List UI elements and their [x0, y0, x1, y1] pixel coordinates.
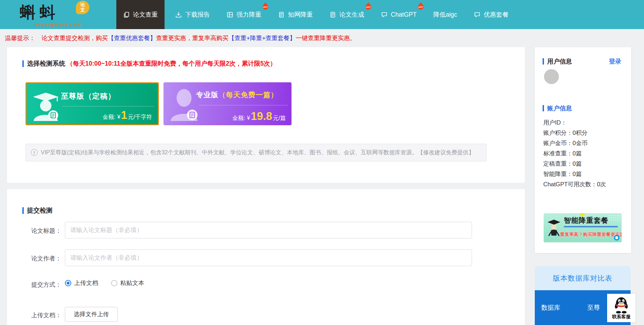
- nav-item-paper-generate[interactable]: 论文生成 HOT: [323, 0, 370, 29]
- price-value: 19.8: [251, 111, 272, 122]
- banner-title: 智能降重套餐: [564, 216, 609, 225]
- radio-label: 上传文档: [74, 279, 98, 287]
- nav-item-strong-rewrite[interactable]: 强力降重 HOT: [221, 0, 267, 29]
- heading-note: （每天10:00~10:11全版本查重限时免费，每个用户每天限2次，累计限5次）: [67, 59, 276, 68]
- select-system-heading: 选择检测系统 （每天10:00~10:11全版本查重限时免费，每个用户每天限2次…: [22, 59, 276, 68]
- submit-heading: 提交检测: [22, 206, 52, 215]
- account-info-heading: 账户信息: [543, 104, 572, 112]
- hot-badge: HOT: [262, 2, 269, 10]
- nav-item-label: ChatGPT: [391, 11, 417, 18]
- tip-box: ! VIP至尊版(定稿)结果与学校检测结果相近，包含32个文献期刊、中外文献、学…: [26, 144, 487, 161]
- compare-col-database: 数据库: [541, 303, 587, 312]
- nav-item-label: 下载报告: [185, 10, 210, 19]
- heading-bar: [22, 60, 24, 67]
- account-row-userid: 用户ID：: [543, 117, 606, 128]
- top-navbar: 蝌蚪 论文 kedoupaper.com 论文查重 下载报告 强力降重 HOT: [0, 0, 644, 29]
- login-link[interactable]: 登录: [609, 57, 621, 66]
- account-info-list: 用户ID： 账户积分：0积分 账户金币：0金币 标准查重：0篇 定稿查重：0篇 …: [543, 117, 606, 189]
- account-row-standard-checks: 标准查重：0篇: [543, 148, 606, 159]
- notice-text: 论文查重提交检测，购买: [41, 34, 108, 42]
- paper-author-label: 论文作者：: [12, 254, 61, 263]
- svg-text:HOT: HOT: [263, 6, 268, 8]
- compare-col-supreme: 至尊: [587, 303, 600, 312]
- main-nav: 论文查重 下载报告 强力降重 HOT 知网降重: [116, 0, 519, 29]
- info-icon: !: [31, 149, 38, 156]
- graduate-mascot-icon: [546, 217, 561, 238]
- heading-text: 选择检测系统: [27, 59, 65, 68]
- contact-service-label: 联系客服: [612, 314, 631, 320]
- account-row-coins: 账户金币：0金币: [543, 138, 606, 148]
- download-icon: [175, 11, 182, 18]
- qq-penguin-icon: [613, 296, 630, 314]
- svg-text:HOT: HOT: [366, 6, 371, 8]
- person-icon: [168, 87, 200, 121]
- contact-service[interactable]: 联系客服: [607, 294, 635, 322]
- account-row-final-checks: 定稿查重：0篇: [543, 159, 606, 169]
- heading-text: 提交检测: [27, 206, 52, 215]
- nav-item-paper-check[interactable]: 论文查重: [116, 0, 165, 29]
- circle-decoration: [614, 235, 620, 241]
- nav-item-chatgpt[interactable]: ChatGPT HOT: [375, 0, 423, 29]
- compare-title: 版本数据库对比表: [535, 266, 631, 290]
- account-row-chatgpt-uses: ChatGPT可用次数：0次: [543, 179, 606, 189]
- notice-prefix: 温馨提示：: [5, 34, 35, 42]
- logo-domain: kedoupaper.com: [35, 22, 81, 27]
- notice-link-combo-package[interactable]: 【查重+降重+查重套餐】: [228, 34, 296, 42]
- graduate-person-icon: [31, 88, 62, 121]
- radio-upload-doc[interactable]: 上传文档: [65, 279, 98, 287]
- card-title: 专业版（每天免费一篇）: [196, 90, 278, 100]
- heading-bar: [543, 58, 544, 65]
- logo-wordmark: 蝌蚪: [20, 2, 60, 23]
- nav-item-label: 论文查重: [133, 10, 158, 19]
- nav-item-reduce-aigc[interactable]: 降低aigc: [427, 0, 463, 29]
- notice-link-check-package[interactable]: 【查重优惠套餐】: [108, 34, 156, 42]
- card-price: 金额: ¥ 19.8 元/篇: [232, 111, 286, 122]
- nav-item-label: 优惠套餐: [484, 10, 509, 19]
- hot-badge: HOT: [365, 2, 372, 10]
- radio-paste-text[interactable]: 粘贴文本: [111, 279, 144, 287]
- upload-doc-label: 上传文档：: [12, 311, 61, 319]
- card-title-note: （每天免费一篇）: [218, 91, 278, 99]
- avatar: [544, 69, 559, 84]
- nav-item-download-report[interactable]: 下载报告: [169, 0, 216, 29]
- nav-item-cnki-rewrite[interactable]: 知网降重: [272, 0, 319, 29]
- dots-decoration: [608, 215, 620, 222]
- banner-underline: [564, 226, 618, 227]
- radio-unselected-icon: [111, 280, 117, 286]
- promo-banner[interactable]: 智能降重套餐 重复率高？购买降重套餐更实惠: [544, 213, 622, 242]
- system-card-professional[interactable]: 专业版（每天免费一篇） 金额: ¥ 19.8 元/篇: [163, 82, 292, 125]
- system-card-supreme[interactable]: 至尊版（定稿） 金额: ¥ 1 元/千字符: [26, 82, 159, 125]
- submit-method-options: 上传文档 粘贴文本: [65, 279, 157, 287]
- nav-item-label: 强力降重: [237, 10, 261, 19]
- document-icon: [329, 11, 336, 18]
- logo-speech-bubble-icon: 论文: [76, 1, 89, 14]
- card-divider: [62, 106, 154, 106]
- notice-text: 一键查重降重更实惠。: [296, 34, 356, 42]
- user-info-panel: 用户信息 登录 账户信息 用户ID： 账户积分：0积分 账户金币：0金币 标准查…: [535, 47, 631, 253]
- card-price: 金额: ¥ 1 元/千字符: [103, 110, 152, 121]
- nav-item-discount-package[interactable]: 优惠套餐: [468, 0, 515, 29]
- nav-item-label: 降低aigc: [433, 10, 457, 19]
- price-value: 1: [121, 110, 127, 121]
- nav-item-label: 知网降重: [288, 10, 313, 19]
- site-logo[interactable]: 蝌蚪 论文 kedoupaper.com: [16, 0, 98, 29]
- account-row-points: 账户积分：0积分: [543, 128, 606, 138]
- account-row-smart-rewrites: 智能降重：0篇: [543, 169, 606, 179]
- paper-author-field[interactable]: [65, 249, 472, 266]
- paper-title-field[interactable]: [65, 222, 472, 238]
- hot-badge: HOT: [417, 2, 424, 10]
- user-info-heading: 用户信息: [543, 57, 572, 66]
- document-copy-icon: [123, 11, 130, 18]
- chat-bubble-icon: [381, 11, 388, 18]
- choose-file-button[interactable]: 选择文件上传: [65, 307, 118, 322]
- card-title: 至尊版（定稿）: [61, 91, 116, 101]
- radio-selected-icon: [65, 280, 71, 286]
- grid-icon: [227, 11, 233, 18]
- notice-bar: 温馨提示： 论文查重提交检测，购买 【查重优惠套餐】 查重更实惠，重复率高购买 …: [0, 29, 644, 47]
- card-divider: [199, 105, 288, 105]
- panel-submit-check: 提交检测 论文标题： 论文作者： 提交方式： 上传文档 粘贴文本 上传文档： 选…: [7, 189, 525, 325]
- banner-subtitle: 重复率高？购买降重套餐更实惠: [560, 231, 622, 238]
- heading-bar: [22, 207, 24, 214]
- nav-item-label: 论文生成: [339, 10, 364, 19]
- panel-select-system: 选择检测系统 （每天10:00~10:11全版本查重限时免费，每个用户每天限2次…: [7, 47, 525, 183]
